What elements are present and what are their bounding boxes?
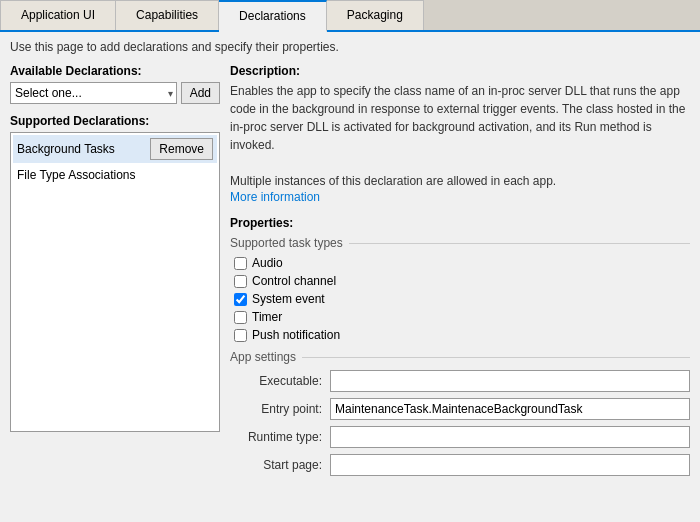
checkbox-audio: Audio [230,256,690,270]
app-settings-section: App settings Executable: Entry point: Ru… [230,350,690,476]
right-panel: Description: Enables the app to specify … [230,64,690,522]
checkbox-timer: Timer [230,310,690,324]
checkbox-control-channel-label: Control channel [252,274,336,288]
task-types-group-label: Supported task types [230,236,690,250]
supported-declarations-box: Background Tasks Remove File Type Associ… [10,132,220,432]
available-declarations-label: Available Declarations: [10,64,220,78]
available-declarations-select[interactable]: Select one... [10,82,177,104]
checkbox-control-channel: Control channel [230,274,690,288]
description-text: Enables the app to specify the class nam… [230,82,690,190]
entry-point-input[interactable] [330,398,690,420]
declaration-item-background-tasks[interactable]: Background Tasks Remove [13,135,217,163]
add-button[interactable]: Add [181,82,220,104]
remove-button[interactable]: Remove [150,138,213,160]
declaration-item-file-type[interactable]: File Type Associations [13,165,217,185]
runtime-type-input[interactable] [330,426,690,448]
checkbox-audio-input[interactable] [234,257,247,270]
tab-capabilities[interactable]: Capabilities [116,0,219,30]
executable-row: Executable: [230,370,690,392]
description-title: Description: [230,64,690,78]
tab-declarations[interactable]: Declarations [219,0,327,32]
checkbox-system-event-input[interactable] [234,293,247,306]
supported-declarations-label: Supported Declarations: [10,114,220,128]
properties-title: Properties: [230,216,690,230]
checkbox-push-notification-input[interactable] [234,329,247,342]
checkbox-control-channel-input[interactable] [234,275,247,288]
start-page-label: Start page: [230,458,330,472]
declaration-item-label: Background Tasks [17,142,115,156]
main-layout: Available Declarations: Select one... Ad… [10,64,690,522]
tab-application-ui[interactable]: Application UI [0,0,116,30]
checkbox-system-event-label: System event [252,292,325,306]
checkbox-audio-label: Audio [252,256,283,270]
start-page-row: Start page: [230,454,690,476]
executable-input[interactable] [330,370,690,392]
checkbox-timer-label: Timer [252,310,282,324]
checkbox-system-event: System event [230,292,690,306]
runtime-type-label: Runtime type: [230,430,330,444]
runtime-type-row: Runtime type: [230,426,690,448]
available-declarations-select-wrapper: Select one... [10,82,177,104]
description-section: Description: Enables the app to specify … [230,64,690,204]
entry-point-label: Entry point: [230,402,330,416]
properties-section: Properties: Supported task types Audio C… [230,216,690,476]
more-info-link[interactable]: More information [230,190,320,204]
page-description: Use this page to add declarations and sp… [10,40,690,54]
checkbox-push-notification: Push notification [230,328,690,342]
app-settings-group-label: App settings [230,350,690,364]
page-content: Use this page to add declarations and sp… [0,32,700,522]
executable-label: Executable: [230,374,330,388]
start-page-input[interactable] [330,454,690,476]
left-panel: Available Declarations: Select one... Ad… [10,64,220,522]
checkbox-push-notification-label: Push notification [252,328,340,342]
tab-packaging[interactable]: Packaging [327,0,424,30]
checkbox-timer-input[interactable] [234,311,247,324]
select-row: Select one... Add [10,82,220,104]
entry-point-row: Entry point: [230,398,690,420]
tab-bar: Application UI Capabilities Declarations… [0,0,700,32]
